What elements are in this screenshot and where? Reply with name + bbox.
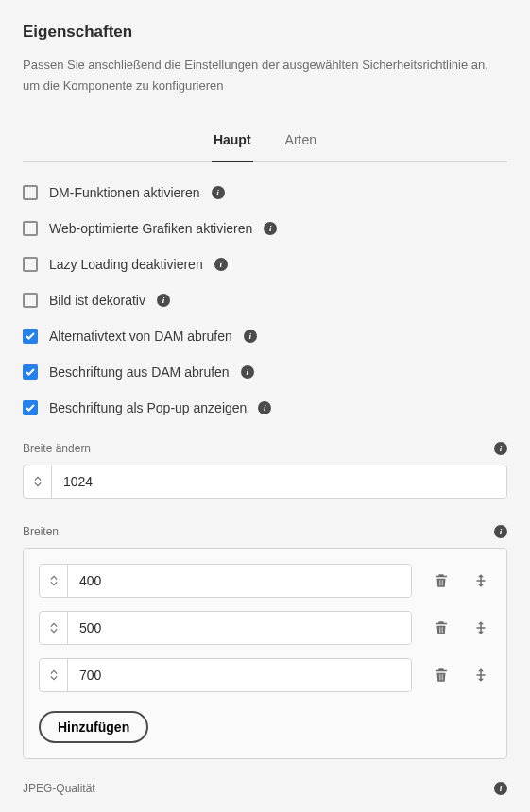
chevron-down-icon — [34, 482, 42, 487]
reorder-button[interactable] — [470, 617, 491, 638]
check-caption-row: Beschriftung aus DAM abrufen i — [23, 364, 507, 380]
check-decor-row: Bild ist dekorativ i — [23, 293, 507, 308]
resize-input-wrap — [23, 465, 507, 499]
page-title: Eigenschaften — [23, 23, 507, 42]
tab-types[interactable]: Arten — [283, 123, 318, 162]
check-web-label: Web-optimierte Grafiken aktivieren — [49, 221, 252, 236]
info-icon[interactable]: i — [258, 401, 271, 414]
check-caption[interactable] — [23, 364, 38, 380]
check-popup-row: Beschriftung als Pop-up anzeigen i — [23, 400, 507, 415]
trash-icon — [433, 667, 450, 684]
info-icon[interactable]: i — [157, 294, 170, 307]
delete-button[interactable] — [431, 570, 452, 591]
info-icon[interactable]: i — [212, 186, 225, 199]
widths-list: Hinzufügen — [23, 548, 507, 759]
width-input[interactable] — [68, 565, 411, 597]
info-icon[interactable]: i — [494, 782, 507, 795]
page-description: Passen Sie anschließend die Einstellunge… — [23, 55, 507, 96]
width-input[interactable] — [68, 659, 411, 691]
info-icon[interactable]: i — [241, 365, 254, 379]
info-icon[interactable]: i — [494, 525, 507, 538]
chevron-down-icon — [50, 581, 58, 586]
trash-icon — [433, 619, 450, 636]
chevron-down-icon — [50, 675, 58, 681]
add-button[interactable]: Hinzufügen — [39, 711, 148, 743]
check-caption-label: Beschriftung aus DAM abrufen — [49, 364, 230, 380]
check-popup[interactable] — [23, 400, 38, 415]
chevron-down-icon — [50, 628, 58, 634]
trash-icon — [433, 572, 450, 589]
check-web-row: Web-optimierte Grafiken aktivieren i — [23, 221, 507, 236]
reorder-button[interactable] — [470, 570, 491, 591]
info-icon[interactable]: i — [244, 330, 257, 343]
check-web[interactable] — [23, 221, 38, 236]
check-dm-row: DM-Funktionen aktivieren i — [23, 185, 507, 200]
check-dm-label: DM-Funktionen aktivieren — [49, 185, 200, 200]
check-decor-label: Bild ist dekorativ — [49, 293, 145, 308]
stepper[interactable] — [40, 612, 68, 644]
reorder-button[interactable] — [470, 665, 491, 685]
info-icon[interactable]: i — [494, 442, 507, 455]
reorder-icon — [472, 572, 489, 589]
jpeg-label: JPEG-Qualität — [23, 782, 95, 795]
reorder-icon — [472, 619, 489, 636]
tab-bar: Haupt Arten — [23, 123, 507, 162]
width-row — [39, 658, 491, 692]
check-lazy[interactable] — [23, 257, 38, 272]
check-lazy-row: Lazy Loading deaktivieren i — [23, 257, 507, 272]
reorder-icon — [472, 667, 489, 684]
check-alt-label: Alternativtext von DAM abrufen — [49, 329, 232, 344]
widths-label: Breiten — [23, 525, 59, 538]
resize-label: Breite ändern — [23, 442, 91, 455]
info-icon[interactable]: i — [214, 258, 228, 271]
width-row — [39, 611, 491, 645]
tab-main[interactable]: Haupt — [212, 123, 253, 162]
check-popup-label: Beschriftung als Pop-up anzeigen — [49, 400, 247, 415]
stepper[interactable] — [24, 465, 52, 498]
check-alt[interactable] — [23, 329, 38, 344]
check-lazy-label: Lazy Loading deaktivieren — [49, 257, 203, 272]
stepper[interactable] — [40, 659, 68, 691]
width-row — [39, 564, 491, 598]
stepper[interactable] — [40, 565, 68, 597]
check-dm[interactable] — [23, 185, 38, 200]
width-input[interactable] — [68, 612, 411, 644]
delete-button[interactable] — [431, 665, 452, 685]
check-decor[interactable] — [23, 293, 38, 308]
info-icon[interactable]: i — [264, 222, 277, 235]
check-alt-row: Alternativtext von DAM abrufen i — [23, 329, 507, 344]
delete-button[interactable] — [431, 617, 452, 638]
resize-input[interactable] — [52, 465, 506, 498]
